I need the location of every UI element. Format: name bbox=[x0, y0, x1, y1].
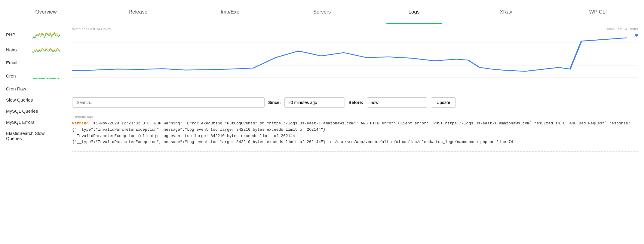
sidebar-item-cron-raw[interactable]: Cron Raw bbox=[0, 83, 66, 94]
filter-bar: Since: Before: Update bbox=[66, 93, 644, 112]
sidebar-item-email[interactable]: Email bbox=[0, 57, 66, 68]
sidebar-item-nginx[interactable]: Nginx bbox=[0, 42, 66, 57]
main-layout: PHPNginxEmailCronCron RawSlow QueriesMyS… bbox=[0, 24, 644, 244]
log-divider bbox=[72, 151, 638, 152]
sidebar-label: MySQL Errors bbox=[6, 120, 34, 125]
chart-area: Warnings Last 24 Hours Fatals Last 24 Ho… bbox=[66, 24, 644, 93]
sparkline-chart bbox=[32, 71, 60, 80]
chart-svg bbox=[72, 31, 638, 84]
top-nav: OverviewReleaseImp/ExpServersLogsXRayWP … bbox=[0, 0, 644, 24]
before-input[interactable] bbox=[367, 97, 427, 108]
log-area: 1 minute ago Warning [11-Nov-2020 12:23:… bbox=[66, 112, 644, 244]
search-input[interactable] bbox=[72, 97, 265, 108]
log-entry: 1 minute ago Warning [11-Nov-2020 12:23:… bbox=[72, 115, 638, 145]
warnings-label: Warnings Last 24 Hours bbox=[72, 27, 111, 31]
nav-item-release[interactable]: Release bbox=[92, 0, 184, 24]
sidebar-label: PHP bbox=[6, 32, 30, 37]
chart-svg-container bbox=[72, 31, 638, 84]
sidebar-label: ElasticSearch Slow Queries bbox=[6, 131, 60, 141]
sidebar-item-mysql-errors[interactable]: MySQL Errors bbox=[0, 117, 66, 128]
since-label: Since: bbox=[268, 100, 281, 105]
before-label: Before: bbox=[348, 100, 363, 105]
sidebar-label: Cron bbox=[6, 73, 30, 78]
since-input[interactable] bbox=[284, 97, 345, 108]
sidebar-label: Nginx bbox=[6, 47, 30, 52]
nav-item-servers[interactable]: Servers bbox=[276, 0, 368, 24]
sidebar-item-php[interactable]: PHP bbox=[0, 27, 66, 42]
sidebar-label: Email bbox=[6, 60, 30, 65]
sidebar: PHPNginxEmailCronCron RawSlow QueriesMyS… bbox=[0, 24, 66, 244]
sidebar-label: Cron Raw bbox=[6, 86, 30, 91]
sparkline-chart bbox=[32, 30, 60, 39]
sidebar-label: MySQL Queries bbox=[6, 108, 38, 114]
nav-item-xray[interactable]: XRay bbox=[460, 0, 552, 24]
sparkline-chart bbox=[32, 45, 60, 54]
sidebar-item-cron[interactable]: Cron bbox=[0, 68, 66, 83]
log-level: Warning bbox=[72, 121, 89, 126]
nav-item-logs[interactable]: Logs bbox=[368, 0, 460, 24]
fatals-label: Fatals Last 24 Hours bbox=[605, 27, 638, 31]
sidebar-item-mysql-queries[interactable]: MySQL Queries bbox=[0, 105, 66, 117]
nav-item-overview[interactable]: Overview bbox=[0, 0, 92, 24]
sidebar-item-slow-queries[interactable]: Slow Queries bbox=[0, 94, 66, 105]
sidebar-label: Slow Queries bbox=[6, 97, 33, 102]
log-timestamp: 1 minute ago bbox=[72, 115, 638, 119]
nav-item-wp-cli[interactable]: WP CLI bbox=[552, 0, 644, 24]
log-content: Warning [11-Nov-2020 12:23:32 UTC] PHP W… bbox=[72, 120, 638, 145]
content-area: Warnings Last 24 Hours Fatals Last 24 Ho… bbox=[66, 24, 644, 244]
nav-item-imp-exp[interactable]: Imp/Exp bbox=[184, 0, 276, 24]
chart-dot-indicator bbox=[635, 34, 638, 37]
sidebar-item-elasticsearch-slow-queries[interactable]: ElasticSearch Slow Queries bbox=[0, 128, 66, 144]
update-button[interactable]: Update bbox=[431, 97, 456, 108]
